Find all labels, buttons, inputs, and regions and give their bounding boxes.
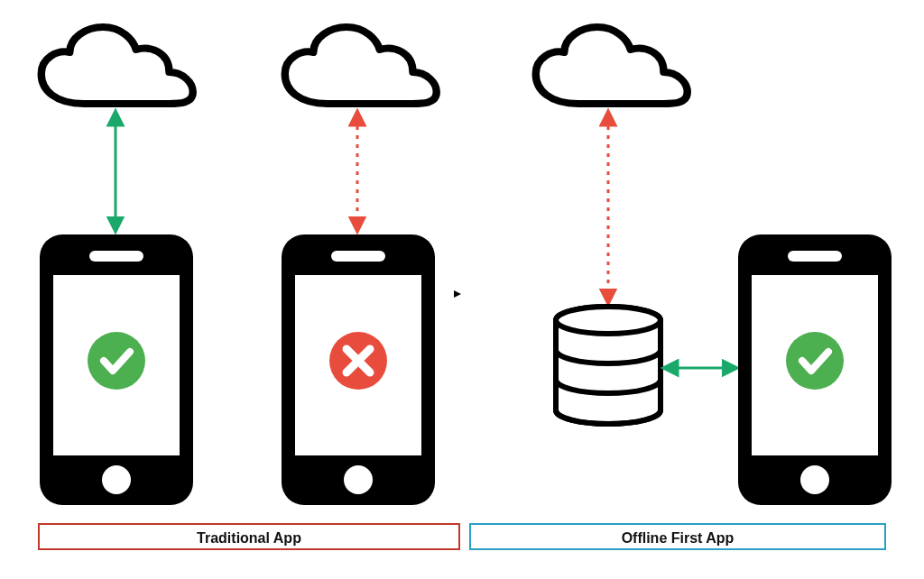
cursor-icon	[454, 290, 461, 298]
check-icon	[786, 332, 844, 390]
cloud-icon	[42, 27, 193, 104]
cloud-icon	[536, 27, 688, 104]
label-offline-first-app: Offline First App	[469, 523, 886, 550]
cross-icon	[329, 332, 387, 390]
label-traditional-app: Traditional App	[38, 523, 460, 550]
cloud-icon	[285, 27, 437, 104]
database-icon	[556, 307, 661, 424]
architecture-diagram	[0, 0, 924, 579]
check-icon	[88, 332, 145, 390]
